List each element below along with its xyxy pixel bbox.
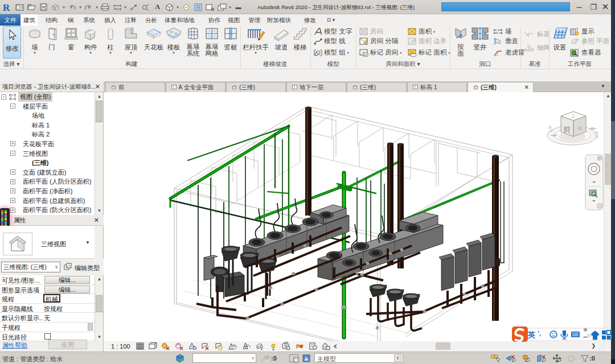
svg-text:前: 前: [563, 125, 571, 134]
svg-text:上: 上: [571, 114, 575, 118]
svg-text:东: 东: [595, 134, 598, 138]
svg-text:R: R: [3, 2, 10, 13]
svg-text:英: 英: [527, 330, 535, 339]
svg-text:1: 1: [524, 31, 526, 34]
svg-text:西: 西: [548, 126, 552, 130]
svg-text:’,: ’,: [538, 330, 541, 337]
svg-text:右: 右: [578, 126, 583, 131]
